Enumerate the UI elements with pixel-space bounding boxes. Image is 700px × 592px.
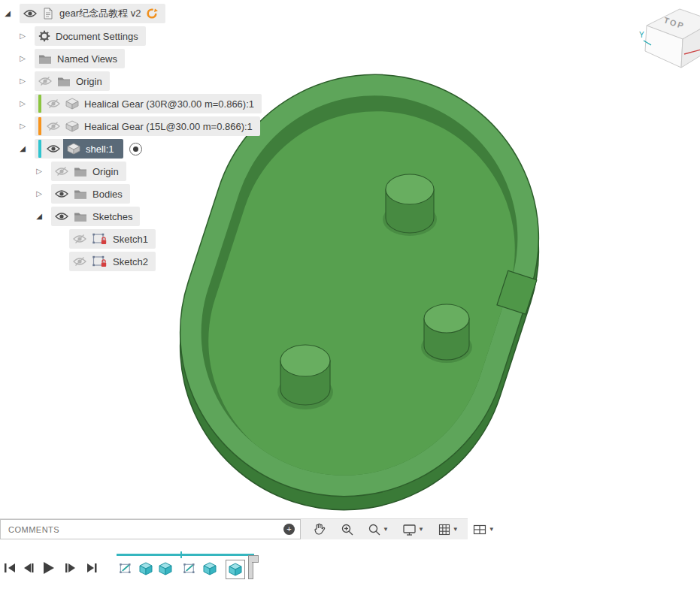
browser-row-sketches[interactable]: ◢ Sketches <box>0 205 140 228</box>
step-back-button[interactable] <box>20 558 38 578</box>
visibility-eye-off-icon[interactable] <box>55 166 68 177</box>
browser-row-sketch1[interactable]: Sketch1 <box>0 228 156 250</box>
timeline-item-feature-selected[interactable] <box>226 560 245 579</box>
folder-icon <box>74 211 87 222</box>
gear-icon <box>38 30 50 42</box>
timeline-playhead[interactable] <box>248 555 259 579</box>
folder-icon <box>74 166 87 177</box>
visibility-eye-off-icon[interactable] <box>47 98 60 109</box>
timeline-item-sketch[interactable] <box>117 560 135 578</box>
expand-arrow-icon[interactable]: ▷ <box>17 92 29 115</box>
play-button[interactable] <box>39 558 57 578</box>
expand-arrow-icon[interactable]: ▷ <box>17 70 29 92</box>
row-label: Named Views <box>57 53 117 65</box>
gear-30r-chip[interactable]: Healical Gear (30R@30.00 m=0.866):1 <box>35 94 262 113</box>
comments-bar[interactable]: + <box>0 519 301 539</box>
component-cube-icon <box>67 143 80 155</box>
visibility-eye-icon[interactable] <box>55 211 68 222</box>
shell-origin-chip[interactable]: Origin <box>51 162 126 181</box>
sketch2-chip[interactable]: Sketch2 <box>69 252 156 271</box>
expand-arrow-icon[interactable]: ▷ <box>17 47 29 70</box>
timeline-bar <box>0 548 700 592</box>
zoom-button[interactable] <box>338 521 356 538</box>
browser-tree: ◢ gear纪念品教程 v2 ▷ Document Settings ▷ Nam… <box>0 0 316 278</box>
application-window: TOP Y ◢ gear纪念品教程 v2 ▷ Document Settings <box>0 0 700 592</box>
chevron-down-icon: ▼ <box>453 526 459 533</box>
browser-row-shell-active[interactable]: ◢ shell:1 <box>0 137 142 160</box>
visibility-eye-off-icon[interactable] <box>47 121 60 131</box>
sketches-chip[interactable]: Sketches <box>51 207 140 226</box>
zoom-in-icon <box>341 523 354 536</box>
bodies-chip[interactable]: Bodies <box>51 184 130 204</box>
chevron-down-icon: ▼ <box>489 526 495 533</box>
timeline-track[interactable] <box>117 554 254 556</box>
chevron-down-icon: ▼ <box>418 526 424 533</box>
visibility-eye-icon[interactable] <box>47 143 60 154</box>
display-settings-button[interactable]: ▼ <box>400 521 426 538</box>
sketch-locked-icon <box>92 232 108 246</box>
row-label: Document Settings <box>56 31 138 42</box>
browser-row-gear-30r[interactable]: ▷ Healical Gear (30R@30.00 m=0.866):1 <box>0 92 262 115</box>
expand-arrow-icon[interactable]: ◢ <box>33 205 45 228</box>
browser-row-shell-origin[interactable]: ▷ Origin <box>0 160 126 183</box>
go-to-end-button[interactable] <box>83 558 101 578</box>
comment-marker-icon[interactable]: + <box>283 524 295 535</box>
visibility-eye-icon[interactable] <box>23 8 37 19</box>
sketch1-chip[interactable]: Sketch1 <box>69 229 156 249</box>
document-icon <box>42 8 54 20</box>
expand-arrow-icon[interactable]: ▷ <box>33 160 45 183</box>
browser-row-document-settings[interactable]: ▷ Document Settings <box>0 25 146 47</box>
step-forward-button[interactable] <box>62 558 80 578</box>
browser-row-sketch2[interactable]: Sketch2 <box>0 250 156 273</box>
visibility-eye-icon[interactable] <box>55 189 68 199</box>
row-label: Origin <box>92 166 119 177</box>
shell-visibility-chip[interactable] <box>35 139 63 159</box>
pan-button[interactable] <box>310 521 329 538</box>
folder-icon <box>57 76 71 86</box>
timeline-item-sketch[interactable] <box>181 560 199 578</box>
chevron-down-icon: ▼ <box>383 526 389 533</box>
browser-row-bodies[interactable]: ▷ Bodies <box>0 183 130 205</box>
expand-arrow-icon[interactable]: ▷ <box>17 25 29 47</box>
pan-hand-icon <box>312 522 327 536</box>
shell-active-selection[interactable]: shell:1 <box>63 139 123 159</box>
expand-arrow-icon[interactable]: ▷ <box>33 183 45 205</box>
visibility-eye-off-icon[interactable] <box>73 256 86 267</box>
browser-row-root[interactable]: ◢ gear纪念品教程 v2 <box>0 2 165 25</box>
row-label: Sketch1 <box>113 234 148 245</box>
circular-arrow-icon <box>146 8 158 20</box>
document-settings-chip[interactable]: Document Settings <box>35 26 146 46</box>
sketch-locked-icon <box>92 255 108 268</box>
viewports-icon <box>472 523 487 536</box>
gear-15l-chip[interactable]: Healical Gear (15L@30.00 m=0.866):1 <box>35 116 260 136</box>
visibility-eye-off-icon[interactable] <box>38 76 52 86</box>
folder-icon <box>38 53 52 64</box>
playhead-handle-icon <box>252 555 259 563</box>
go-to-beginning-button[interactable] <box>2 558 20 578</box>
origin-chip[interactable]: Origin <box>35 71 110 91</box>
timeline-item-feature[interactable] <box>201 560 219 578</box>
fit-button[interactable]: ▼ <box>365 521 391 538</box>
named-views-chip[interactable]: Named Views <box>35 49 125 68</box>
row-label: Sketches <box>92 211 132 222</box>
browser-row-gear-15l[interactable]: ▷ Healical Gear (15L@30.00 m=0.866):1 <box>0 115 260 137</box>
viewports-button[interactable]: ▼ <box>470 521 497 538</box>
view-cube[interactable]: TOP Y <box>636 0 700 71</box>
row-label: Sketch2 <box>113 256 148 267</box>
browser-row-named-views[interactable]: ▷ Named Views <box>0 47 125 70</box>
expand-arrow-icon[interactable]: ▷ <box>17 115 29 137</box>
component-cube-icon <box>65 120 79 132</box>
root-document-chip[interactable]: gear纪念品教程 v2 <box>20 4 165 23</box>
row-label: Origin <box>76 76 102 87</box>
activate-component-radio[interactable] <box>129 143 142 156</box>
comments-input[interactable] <box>0 519 301 539</box>
expand-arrow-icon[interactable]: ◢ <box>2 2 14 25</box>
timeline-marker <box>180 551 182 558</box>
browser-row-origin[interactable]: ▷ Origin <box>0 70 110 92</box>
timeline-item-feature[interactable] <box>137 560 155 578</box>
visibility-eye-off-icon[interactable] <box>73 234 86 244</box>
timeline-item-feature[interactable] <box>156 560 174 578</box>
row-label: shell:1 <box>86 143 114 155</box>
grid-and-snaps-button[interactable]: ▼ <box>435 521 461 538</box>
expand-arrow-icon[interactable]: ◢ <box>17 137 29 160</box>
